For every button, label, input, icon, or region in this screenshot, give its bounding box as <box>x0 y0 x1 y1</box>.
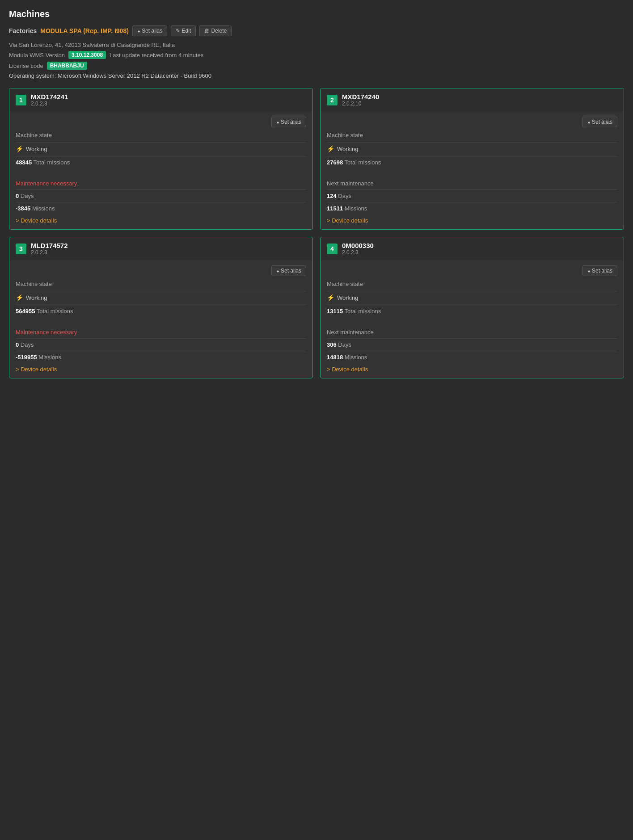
set-alias-button[interactable]: ⬥ Set alias <box>132 25 167 36</box>
divider3 <box>327 338 617 339</box>
machine-number: 4 <box>327 244 338 254</box>
license-code-badge: BHABBABJU <box>47 62 87 70</box>
machine-status: Working <box>26 294 47 301</box>
machine-header: 3 MLD174572 2.0.2.3 <box>9 237 312 260</box>
device-details-link[interactable]: > Device details <box>327 366 617 373</box>
machine-set-alias-button[interactable]: ⬥ Set alias <box>271 265 306 276</box>
machine-body: ⬥ Set alias Machine state ⚡ Working 1311… <box>321 260 624 378</box>
divider3 <box>16 338 306 339</box>
missions-label: Missions <box>38 354 61 361</box>
machine-id-block: MXD174241 2.0.2.3 <box>31 93 68 107</box>
device-details-link[interactable]: > Device details <box>16 366 306 373</box>
set-alias-row: ⬥ Set alias <box>16 117 306 127</box>
last-update: Last update received from 4 minutes <box>110 52 203 59</box>
days-label: Days <box>21 193 34 199</box>
divider <box>16 142 306 143</box>
divider2 <box>327 156 617 156</box>
total-missions-label: Total missions <box>34 159 70 166</box>
edit-button[interactable]: ✎ Edit <box>171 25 196 36</box>
bolt-icon: ⚡ <box>16 145 23 152</box>
divider4 <box>327 202 617 202</box>
days-label: Days <box>338 193 351 199</box>
machine-state-label: Machine state <box>16 281 306 287</box>
machine-set-alias-button[interactable]: ⬥ Set alias <box>582 265 617 276</box>
factory-label: Factories <box>9 27 37 34</box>
machine-status: Working <box>26 146 47 152</box>
days-line: 306 Days <box>327 341 617 348</box>
status-line: ⚡ Working <box>327 294 617 301</box>
divider2 <box>16 156 306 156</box>
wms-version-row: Modula WMS Version 3.10.12.3008 Last upd… <box>9 51 624 59</box>
machine-status: Working <box>337 146 358 152</box>
missions-value: -3845 <box>16 205 30 212</box>
factory-address: Via San Lorenzo, 41, 42013 Salvaterra di… <box>9 42 624 48</box>
divider4 <box>16 351 306 351</box>
bolt-icon: ⚡ <box>327 294 334 301</box>
total-missions-label: Total missions <box>37 308 73 315</box>
missions-value: 14818 <box>327 354 343 361</box>
status-line: ⚡ Working <box>327 145 617 152</box>
license-label: License code <box>9 63 43 69</box>
delete-button[interactable]: 🗑 Delete <box>199 25 232 36</box>
factory-row: Factories MODULA SPA (Rep. IMP. I908) ⬥ … <box>9 25 624 36</box>
total-missions-line: 564955 Total missions <box>16 308 306 315</box>
bolt-icon: ⚡ <box>327 145 334 152</box>
wms-version-badge: 3.10.12.3008 <box>68 51 106 59</box>
next-maintenance-label: Next maintenance <box>327 329 617 336</box>
machine-state-label: Machine state <box>16 132 306 139</box>
machine-body: ⬥ Set alias Machine state ⚡ Working 5649… <box>9 260 312 378</box>
os-row: Operating system: Microsoft Windows Serv… <box>9 72 624 79</box>
machine-state-label: Machine state <box>327 132 617 139</box>
divider2 <box>16 305 306 305</box>
machine-body: ⬥ Set alias Machine state ⚡ Working 4884… <box>9 111 312 229</box>
days-line: 0 Days <box>16 193 306 199</box>
divider3 <box>16 189 306 190</box>
machine-id: MLD174572 <box>31 242 68 249</box>
bolt-icon: ⚡ <box>16 294 23 301</box>
machine-state-label: Machine state <box>327 281 617 287</box>
days-value: 306 <box>327 341 337 348</box>
total-missions-value: 27698 <box>327 159 343 166</box>
total-missions-value: 564955 <box>16 308 35 315</box>
machine-set-alias-button[interactable]: ⬥ Set alias <box>271 117 306 127</box>
machine-card-3: 3 MLD174572 2.0.2.3 ⬥ Set alias Machine … <box>9 237 313 378</box>
total-missions-label: Total missions <box>345 308 381 315</box>
device-details-link[interactable]: > Device details <box>327 217 617 224</box>
os-label: Operating system: <box>9 72 56 79</box>
days-label: Days <box>21 341 34 348</box>
missions-label: Missions <box>32 205 55 212</box>
missions-line: -3845 Missions <box>16 205 306 212</box>
machine-card-2: 2 MXD174240 2.0.2.10 ⬥ Set alias Machine… <box>320 88 624 230</box>
machine-id-block: MLD174572 2.0.2.3 <box>31 242 68 256</box>
maintenance-label: Maintenance necessary <box>16 180 306 187</box>
days-line: 124 Days <box>327 193 617 199</box>
days-value: 0 <box>16 193 19 199</box>
machine-number: 2 <box>327 95 338 105</box>
machine-body: ⬥ Set alias Machine state ⚡ Working 2769… <box>321 111 624 229</box>
days-value: 0 <box>16 341 19 348</box>
machine-set-alias-button[interactable]: ⬥ Set alias <box>582 117 617 127</box>
machine-header: 2 MXD174240 2.0.2.10 <box>321 88 624 111</box>
page-title: Machines <box>9 9 624 19</box>
divider2 <box>327 305 617 305</box>
total-missions-value: 48845 <box>16 159 32 166</box>
machines-grid: 1 MXD174241 2.0.2.3 ⬥ Set alias Machine … <box>9 88 624 378</box>
missions-label: Missions <box>345 205 367 212</box>
machine-version: 2.0.2.3 <box>31 101 68 107</box>
machine-id-block: MXD174240 2.0.2.10 <box>342 93 379 107</box>
os-value: Microsoft Windows Server 2012 R2 Datacen… <box>58 72 211 79</box>
machine-number: 1 <box>16 95 26 105</box>
missions-line: -519955 Missions <box>16 354 306 361</box>
set-alias-row: ⬥ Set alias <box>327 117 617 127</box>
divider <box>16 291 306 291</box>
total-missions-line: 48845 Total missions <box>16 159 306 166</box>
maintenance-label: Maintenance necessary <box>16 329 306 336</box>
machine-card-1: 1 MXD174241 2.0.2.3 ⬥ Set alias Machine … <box>9 88 313 230</box>
missions-label: Missions <box>345 354 367 361</box>
machine-version: 2.0.2.10 <box>342 101 379 107</box>
missions-line: 11511 Missions <box>327 205 617 212</box>
device-details-link[interactable]: > Device details <box>16 217 306 224</box>
status-line: ⚡ Working <box>16 294 306 301</box>
machine-header: 4 0M000330 2.0.2.3 <box>321 237 624 260</box>
set-alias-row: ⬥ Set alias <box>16 265 306 276</box>
